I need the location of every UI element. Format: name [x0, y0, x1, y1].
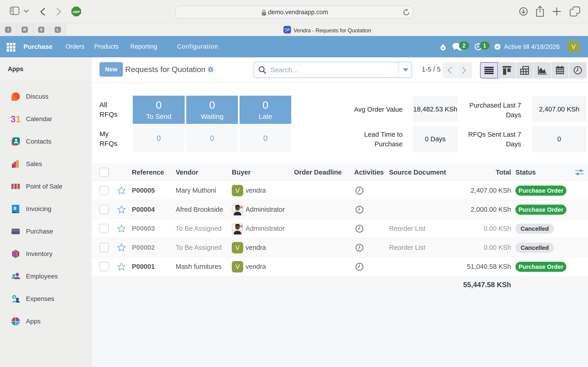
- svg-text:$: $: [14, 206, 16, 210]
- svg-text:ABP: ABP: [73, 10, 80, 14]
- svg-text:Vendra: Vendra: [284, 28, 290, 30]
- svg-text:$: $: [13, 295, 15, 299]
